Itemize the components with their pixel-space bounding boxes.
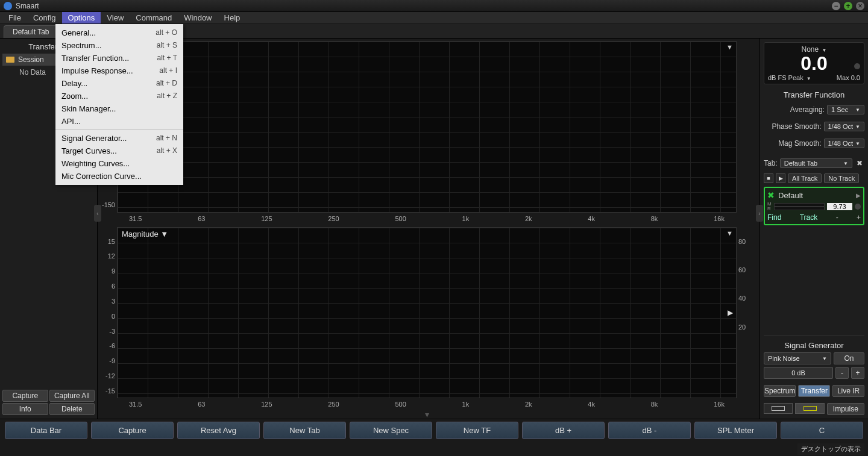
mode-live-ir[interactable]: Live IR <box>832 385 864 397</box>
all-track-button[interactable]: All Track <box>788 173 822 183</box>
siggen-level-plus[interactable]: + <box>851 367 864 379</box>
ref-level-label: R <box>767 207 772 211</box>
menu-options[interactable]: Options <box>62 12 101 23</box>
tab-settings-icon[interactable]: ✖ <box>855 158 864 168</box>
app-title: Smaart <box>16 2 828 10</box>
no-track-button[interactable]: No Track <box>824 173 859 183</box>
options-menu-item[interactable]: Delay...alt + D <box>55 77 183 90</box>
phase-plot-collapse-icon[interactable]: ▼ <box>726 43 733 51</box>
magnitude-play-icon[interactable]: ▶ <box>728 308 733 317</box>
siggen-title: Signal Generator <box>764 341 864 350</box>
menu-window[interactable]: Window <box>178 12 218 23</box>
meter-value: 0.0 <box>768 54 860 73</box>
delete-button[interactable]: Delete <box>49 403 95 415</box>
bb-reset-avg[interactable]: Reset Avg <box>177 422 260 439</box>
stop-all-button[interactable]: ■ <box>764 173 773 183</box>
tab-select[interactable]: Default Tab▼ <box>780 158 852 168</box>
desktop-show-label[interactable]: デスクトップの表示 <box>797 443 864 455</box>
options-menu-item[interactable]: Signal Generator...alt + N <box>55 132 183 145</box>
menu-config[interactable]: Config <box>27 12 62 23</box>
bb-db-plus[interactable]: dB + <box>522 422 605 439</box>
titlebar: Smaart − + × <box>0 0 868 12</box>
track-card[interactable]: ✖ Default ▶ M R Find Track - <box>764 187 864 225</box>
mode-transfer[interactable]: Transfer <box>798 385 830 397</box>
phase-plot-xaxis: 31.563 125250 5001k 2k4k 8k16k <box>98 214 756 226</box>
magnitude-plot-collapse-icon[interactable]: ▼ <box>726 230 733 237</box>
phase-plot[interactable]: ▼ <box>117 41 737 213</box>
folder-icon <box>6 57 14 63</box>
find-button[interactable]: Find <box>767 213 781 222</box>
info-button[interactable]: Info <box>2 403 48 415</box>
meter-max: Max 0.0 <box>837 74 860 81</box>
track-status-icon <box>855 204 861 210</box>
tab-select-label: Tab: <box>764 159 778 167</box>
options-menu-item[interactable]: Skin Manager... <box>55 102 183 115</box>
options-menu-item[interactable]: Target Curves...alt + X <box>55 145 183 157</box>
averaging-label: Averaging: <box>764 105 825 114</box>
meter-clip-indicator-icon <box>854 63 860 69</box>
mag-smooth-label: Mag Smooth: <box>764 139 822 148</box>
options-menu-item[interactable]: Impulse Response...alt + I <box>55 64 183 77</box>
left-splitter-handle[interactable]: ‹ <box>94 205 101 222</box>
delay-value-input[interactable] <box>827 203 852 210</box>
bb-data-bar[interactable]: Data Bar <box>5 422 87 439</box>
bb-new-spec[interactable]: New Spec <box>350 422 432 439</box>
options-menu-item[interactable]: Mic Correction Curve... <box>55 170 183 183</box>
play-all-button[interactable]: ▶ <box>776 173 785 183</box>
bb-spl-meter[interactable]: SPL Meter <box>694 422 777 439</box>
track-close-icon[interactable]: ✖ <box>767 190 775 200</box>
siggen-noise-select[interactable]: Pink Noise▼ <box>764 352 831 364</box>
options-menu-item[interactable]: Transfer Function...alt + T <box>55 52 183 64</box>
magnitude-plot-header[interactable]: Magnitude ▼ <box>122 230 168 239</box>
track-delay-button[interactable]: Track <box>800 213 818 222</box>
layout-split-icon[interactable] <box>795 403 824 414</box>
capture-all-button[interactable]: Capture All <box>49 390 95 402</box>
tf-section-title: Transfer Function <box>764 90 864 99</box>
delay-minus-button[interactable]: - <box>836 213 838 222</box>
phase-plot-yaxis-right <box>737 41 756 213</box>
phase-smooth-select[interactable]: 1/48 Oct▼ <box>824 122 865 131</box>
siggen-on-button[interactable]: On <box>834 352 864 364</box>
menu-command[interactable]: Command <box>130 12 178 23</box>
siggen-level[interactable]: 0 dB <box>764 367 833 379</box>
delay-plus-button[interactable]: + <box>857 213 861 222</box>
bb-capture[interactable]: Capture <box>91 422 174 439</box>
options-menu-item[interactable]: Weighting Curves... <box>55 157 183 170</box>
plot-area: ‹ › -90 -120 -150 ▼ 31.563 125250 5001k … <box>98 39 760 419</box>
plot-resize-notch[interactable]: ▾ <box>98 413 756 419</box>
session-label: Session <box>18 55 44 64</box>
options-dropdown: General...alt + OSpectrum...alt + STrans… <box>55 24 183 185</box>
options-menu-item[interactable]: Zoom...alt + Z <box>55 90 183 102</box>
layout-single-icon[interactable] <box>764 403 793 414</box>
bb-db-minus[interactable]: dB - <box>608 422 691 439</box>
window-maximize-icon[interactable]: + <box>844 2 852 10</box>
capture-button[interactable]: Capture <box>2 390 48 402</box>
track-play-icon[interactable]: ▶ <box>856 192 861 199</box>
averaging-select[interactable]: 1 Sec▼ <box>827 105 864 114</box>
track-name: Default <box>778 191 852 200</box>
menu-view[interactable]: View <box>101 12 130 23</box>
meter-unit[interactable]: dB FS Peak <box>768 74 804 81</box>
mode-spectrum[interactable]: Spectrum <box>764 385 796 397</box>
mag-smooth-select[interactable]: 1/48 Oct▼ <box>824 139 865 148</box>
bb-new-tf[interactable]: New TF <box>436 422 518 439</box>
options-menu-item[interactable]: General...alt + O <box>55 27 183 39</box>
window-close-icon[interactable]: × <box>856 2 864 10</box>
options-menu-item[interactable]: API... <box>55 115 183 128</box>
workspace-tab[interactable]: Default Tab <box>4 25 58 38</box>
menu-help[interactable]: Help <box>218 12 247 23</box>
bb-extra[interactable]: C <box>781 422 863 439</box>
level-meter[interactable]: None ▼ 0.0 dB FS Peak ▼ Max 0.0 <box>764 42 864 84</box>
magnitude-plot[interactable]: Magnitude ▼ ▼ ▶ <box>117 227 737 399</box>
impulse-button[interactable]: Impulse <box>827 403 864 415</box>
menubar: File Config Options View Command Window … <box>0 12 868 24</box>
window-minimize-icon[interactable]: − <box>832 2 840 10</box>
ref-level-bar <box>774 207 825 210</box>
menu-file[interactable]: File <box>2 12 27 23</box>
magnitude-plot-yaxis: 1512 96 30 -3-6 -9-12 -15 <box>98 227 117 399</box>
options-menu-item[interactable]: Spectrum...alt + S <box>55 39 183 52</box>
bb-new-tab[interactable]: New Tab <box>263 422 346 439</box>
phase-smooth-label: Phase Smooth: <box>764 122 822 131</box>
siggen-level-minus[interactable]: - <box>835 367 849 379</box>
right-splitter-handle[interactable]: › <box>756 205 763 222</box>
